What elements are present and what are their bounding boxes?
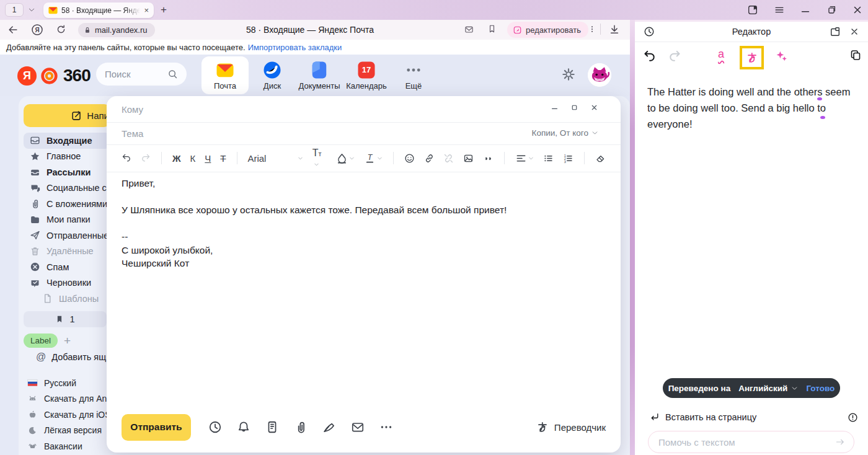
spellcheck-button[interactable]: а [718,48,724,61]
notify-bell-icon[interactable] [237,420,250,434]
sidebar-item-draft[interactable]: Черновики [24,275,110,291]
sidebar-item-doc[interactable]: Шаблоны [24,291,110,307]
editor-close-icon[interactable] [849,27,859,37]
back-icon[interactable] [7,24,19,35]
insert-to-page-button[interactable]: Вставить на страницу [650,412,756,422]
underline-button[interactable]: Ч [205,153,211,164]
bullet-list-icon[interactable] [543,152,554,164]
address-bar[interactable]: mail.yandex.ru [78,23,155,37]
sidebar-footer-apple[interactable]: Скачать для iOS [27,407,111,423]
minimize-icon[interactable] [800,4,811,15]
search-icon[interactable] [167,69,178,79]
gear-icon[interactable] [561,67,576,82]
close-window-icon[interactable] [852,4,863,15]
message-body[interactable]: Привет, У Шляпника все хорошо у остальны… [122,177,606,270]
app-more-app[interactable]: Ещё [390,55,437,96]
schedule-clock-icon[interactable] [208,420,222,434]
mail-notifications-icon[interactable] [464,25,474,34]
sidebar-item-clip[interactable]: С вложениями [24,196,110,212]
import-bookmarks-link[interactable]: Импортировать закладки [248,43,342,52]
submit-arrow-icon[interactable] [835,437,846,447]
emoji-icon[interactable] [404,152,415,164]
done-button[interactable]: Готово [806,384,835,393]
template-icon[interactable] [265,420,279,434]
translated-text[interactable]: The Hatter is doing well and the others … [647,84,857,132]
restore-icon[interactable] [826,4,837,15]
menu-icon[interactable] [774,4,785,15]
sidebar-footer-android[interactable]: Скачать для Andro [27,391,111,407]
more-options-icon[interactable] [588,23,596,35]
compose-button[interactable]: Напи [24,104,110,127]
saved-bookmarks-row[interactable]: 1 [24,311,107,327]
compose-maximize-icon[interactable] [570,104,578,112]
bookmark-icon[interactable] [487,24,497,34]
app-calendar-app[interactable]: 17Календарь [343,55,390,96]
add-label-button[interactable]: + [64,334,71,348]
reload-icon[interactable] [56,24,66,35]
panel-bookmark-icon[interactable] [747,4,758,15]
sidebar-item-trash[interactable]: Удалённые [24,244,110,260]
sidebar-item-stack[interactable]: Рассылки [24,164,110,180]
editor-undo-icon[interactable] [642,49,656,63]
add-mailbox-button[interactable]: @ Добавить ящик [36,351,115,363]
signature-pen-icon[interactable] [322,420,336,434]
send-button[interactable]: Отправить [122,414,191,441]
more-icon[interactable] [379,420,393,434]
align-button[interactable] [515,152,534,164]
panel-divider[interactable] [630,20,635,455]
unlink-icon[interactable] [443,152,454,164]
sidebar-footer-flag-ru[interactable]: Русский [27,375,111,391]
label-pill[interactable]: Label [24,334,58,348]
attach-paperclip-icon[interactable] [294,420,308,434]
yandex-360-logo[interactable]: Я 360 [17,66,91,86]
translator-button[interactable]: Переводчик [536,421,606,433]
italic-button[interactable]: К [190,153,196,164]
to-field[interactable]: Кому [122,96,606,122]
quote-icon[interactable] [483,152,494,164]
sidebar-footer-hands[interactable]: Вакансии [27,438,111,454]
compose-close-icon[interactable] [590,104,598,112]
info-icon[interactable] [848,412,858,423]
text-color-button[interactable]: T [364,152,383,164]
strikethrough-button[interactable]: Т [220,153,226,164]
new-tab-button[interactable]: + [161,4,167,16]
font-size-button[interactable]: Tт [312,148,327,169]
sidebar-item-send[interactable]: Отправленные [24,228,110,244]
sidebar-item-folder[interactable]: Мои папки [24,212,110,228]
app-disk-app[interactable]: Диск [249,55,296,96]
cc-from-toggle[interactable]: Копии, От кого [532,128,598,138]
envelope-icon[interactable] [351,420,365,434]
image-icon[interactable] [463,152,474,164]
sidebar-footer-moon[interactable]: Лёгкая версия [27,423,111,439]
bold-button[interactable]: Ж [172,153,181,164]
browser-tab[interactable]: 58 · Входящие — Янде × [43,2,154,18]
app-mail-app[interactable]: Почта [202,56,249,94]
undo-icon[interactable] [122,153,131,163]
language-select[interactable]: Английский [738,384,798,393]
eraser-icon[interactable] [595,152,606,164]
sidebar-item-inbox[interactable]: Входящие [24,133,110,149]
numbered-list-icon[interactable]: 123 [563,152,574,164]
font-select[interactable]: Arial [247,153,303,164]
tab-counter[interactable]: 1 [5,3,24,17]
redo-icon[interactable] [141,153,151,163]
search-input[interactable] [105,69,161,79]
yandex-browser-icon[interactable]: Я [31,24,43,36]
translate-button-highlighted[interactable] [740,46,764,69]
history-clock-icon[interactable] [644,26,655,37]
copy-icon[interactable] [849,49,862,61]
link-icon[interactable] [424,152,435,164]
ai-prompt-field[interactable] [648,431,854,453]
sidebar-item-chat[interactable]: Социальные сети [24,180,110,197]
tab-close-icon[interactable]: × [144,6,149,14]
search-bar[interactable] [96,63,187,86]
sidebar-item-spam[interactable]: Спам [24,259,110,275]
highlight-color-button[interactable] [336,152,355,164]
sidebar-item-star[interactable]: Главное [24,149,110,165]
compose-minimize-icon[interactable] [551,104,559,112]
ai-sparkles-icon[interactable] [775,50,788,63]
app-docs-app[interactable]: Документы [296,55,343,96]
download-icon[interactable] [609,24,620,35]
editor-redo-icon[interactable] [668,49,682,63]
open-in-window-icon[interactable] [830,26,841,37]
